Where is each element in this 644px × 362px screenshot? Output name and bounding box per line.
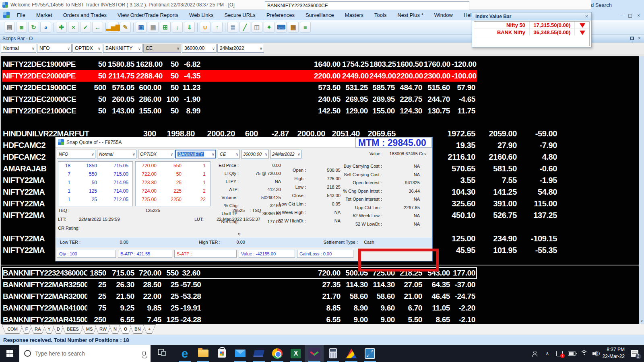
workspace-tab[interactable]: BN xyxy=(130,324,146,334)
menu-item[interactable]: Orders and Trades xyxy=(63,12,107,18)
watch-row[interactable]: NIFTY22DEC20000CE 50260.05 286.00100 -1.… xyxy=(2,93,477,105)
people-icon[interactable] xyxy=(530,345,539,362)
scrips-combo[interactable]: BANKNIFTY∨ xyxy=(103,44,142,53)
workspace-tab[interactable]: COM xyxy=(2,324,23,334)
scrip-tree-icon[interactable]: ≡ xyxy=(300,22,311,33)
market-picture-icon[interactable]: ≣ xyxy=(227,22,238,33)
taskbar-app-excel[interactable]: X xyxy=(287,345,305,362)
menu-item[interactable]: File xyxy=(17,12,25,18)
taskbar-app-mail[interactable] xyxy=(231,345,250,362)
report-search-icon[interactable]: ◫ xyxy=(252,22,262,33)
scrips-combo[interactable]: Normal∨ xyxy=(1,44,36,53)
mdi-minimize-button[interactable]: – xyxy=(620,13,623,19)
scrips-combo[interactable]: 36000.00∨ xyxy=(182,44,217,53)
scrips-bar-close-icon[interactable]: × xyxy=(638,35,641,41)
mdi-close-button[interactable]: × xyxy=(637,13,640,19)
profile-card-icon[interactable]: ▤ xyxy=(4,22,15,33)
wifi-icon[interactable] xyxy=(580,345,589,362)
taskbar-app-calculator[interactable] xyxy=(324,345,342,362)
funds-up-icon[interactable]: ↑ xyxy=(212,22,223,33)
dialog-combo[interactable]: CE∨ xyxy=(218,150,240,158)
tray-expand-chevron[interactable]: ∧ xyxy=(543,345,551,362)
scrip-symbol-input[interactable] xyxy=(265,1,469,10)
workspace-tab[interactable]: RW xyxy=(95,324,111,334)
dialog-combo[interactable]: NFO∨ xyxy=(57,150,95,158)
BANK Nifty[interactable]: BANK Nifty 36,348.55(0.00) xyxy=(474,29,589,36)
user-group-icon[interactable]: ∪ xyxy=(200,22,211,33)
tray-app-badge-icon[interactable] xyxy=(555,345,564,362)
watch-row[interactable]: NIFTY22DEC21000CE 50143.00 155.0050 8.99… xyxy=(2,105,477,117)
menu-item[interactable]: Preferences xyxy=(266,12,295,18)
scrips-combo[interactable]: OPTIDX∨ xyxy=(72,44,102,53)
microphone-icon[interactable] xyxy=(142,351,146,356)
workspace-tab[interactable]: BEES xyxy=(62,324,84,334)
scrips-combo[interactable]: CE∨ xyxy=(143,44,181,53)
taskbar-app-pc[interactable] xyxy=(250,345,268,362)
trade-back-icon[interactable]: ← xyxy=(92,22,103,33)
session-icon[interactable]: ▦ xyxy=(148,22,159,33)
lock-icon[interactable]: ◙ xyxy=(16,22,27,33)
scroll-down-icon[interactable]: ∨ xyxy=(640,319,643,323)
Nifty 50[interactable]: Nifty 50 17,315.50(0.00) xyxy=(474,22,589,29)
battery-icon[interactable] xyxy=(567,345,577,362)
keyboard-icon[interactable]: ⌨ xyxy=(276,22,287,33)
dialog-combo[interactable]: Normal∨ xyxy=(97,150,136,158)
taskbar-clock[interactable]: 8:37 PM 22-Mar-22 xyxy=(597,346,625,360)
watch-row[interactable]: NIFTY22DEC19000CE 500575.05 600.0050 11.… xyxy=(2,82,477,93)
menu-item[interactable]: Market xyxy=(36,12,52,18)
menu-item[interactable]: View Order/Trade Reports xyxy=(118,12,178,18)
menu-item[interactable]: Masters xyxy=(345,12,363,18)
scrips-combo[interactable]: NFO∨ xyxy=(37,44,72,53)
index-bar-close-button[interactable]: × xyxy=(585,14,588,19)
watch-row[interactable]: BANKNIFTY22MAR41000CE 759.25 9.8525 -19.… xyxy=(2,302,477,314)
start-button[interactable] xyxy=(0,345,19,362)
watch-row[interactable]: NIFTY22DEC20000PE 502114.75 2288.4050 -4… xyxy=(2,70,477,82)
taskbar-app-store[interactable] xyxy=(213,345,231,362)
watch-row[interactable]: BANKNIFTY22MAR41500CE 2506.55 7.45125 -2… xyxy=(2,314,477,324)
key-icon[interactable]: ✎ xyxy=(120,22,131,33)
dialog-combo[interactable]: OPTIDX∨ xyxy=(138,150,174,158)
taskbar-app-screen-capture[interactable]: ↗↙ xyxy=(361,345,379,362)
watch-row[interactable]: BANKNIFTY2232436000CE 1850715.05 720.005… xyxy=(2,267,477,279)
remove-scrip-cart-icon[interactable]: × xyxy=(68,22,79,33)
menu-item[interactable]: Window xyxy=(434,12,453,18)
dialog-combo[interactable]: 24Mar2022∨ xyxy=(270,150,301,158)
add-scrip-cart-icon[interactable]: ✚ xyxy=(56,22,67,33)
mdi-restore-button[interactable] xyxy=(628,14,632,18)
vertical-scrollbar[interactable]: ∨ xyxy=(639,56,644,324)
taskbar-app-nest-trader[interactable] xyxy=(305,345,324,362)
taskbar-app-chrome[interactable] xyxy=(268,345,287,362)
buy-cart-icon[interactable]: ⊞ xyxy=(160,22,171,33)
workspace-tab[interactable]: + xyxy=(143,324,156,334)
collapse-chevron-icon[interactable]: « xyxy=(236,233,242,236)
dialog-combo[interactable]: BANKNIFTY∨ xyxy=(175,150,216,158)
workspace-tab[interactable]: MS xyxy=(81,324,97,334)
taskbar-search[interactable] xyxy=(19,345,151,362)
sell-cart-icon[interactable]: ↓ xyxy=(172,22,183,33)
watch-row[interactable]: NIFTY22DEC19000PE 501580.85 1628.0050 -6… xyxy=(2,58,477,70)
taskbar-app-design-tool[interactable] xyxy=(342,345,361,362)
menu-item[interactable]: Secure URLs xyxy=(225,12,256,18)
watch-row[interactable]: BANKNIFTY22MAR32500PE 2526.30 28.5025 -5… xyxy=(2,279,477,290)
taskbar-app-file-explorer[interactable] xyxy=(194,345,213,362)
bar-chart-icon[interactable]: ▂▅▇ xyxy=(108,22,119,33)
menu-item[interactable]: Surveillance xyxy=(305,12,334,18)
net-position-icon[interactable]: ⇓ xyxy=(184,22,195,33)
order-book-icon[interactable]: ✓ xyxy=(80,22,91,33)
menu-item[interactable]: Nest Plus * xyxy=(397,12,423,18)
line-chart-icon[interactable]: ╱ xyxy=(239,22,250,33)
workstation-icon[interactable]: ▣ xyxy=(136,22,147,33)
watch-row[interactable]: BANKNIFTY22MAR32000PE 2521.50 22.0025 -5… xyxy=(2,290,477,302)
menu-item[interactable]: Web Links xyxy=(189,12,213,18)
preview-icon[interactable]: ◕ xyxy=(40,22,51,33)
client-cart-icon[interactable]: ✦ xyxy=(264,22,275,33)
task-view-button[interactable] xyxy=(157,348,167,358)
refresh-icon[interactable]: ↻ xyxy=(28,22,39,33)
workspace-tab[interactable]: RA xyxy=(30,324,46,334)
calculator-icon[interactable]: ▦ xyxy=(288,22,299,33)
notification-center-icon[interactable]: 2 xyxy=(629,345,640,362)
menu-item[interactable]: Tools xyxy=(374,12,386,18)
search-input[interactable] xyxy=(35,350,128,357)
scrips-combo[interactable]: 24Mar2022∨ xyxy=(217,44,264,53)
dialog-combo[interactable]: 36000.00∨ xyxy=(241,150,269,158)
